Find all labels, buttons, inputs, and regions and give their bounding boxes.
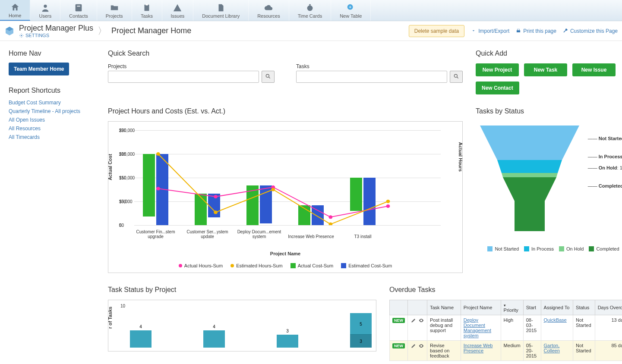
svg-point-9 (21, 35, 22, 36)
chart-legend: Actual Hours-Sum Estimated Hours-Sum Act… (113, 263, 458, 268)
page-title: Project Manager Home (111, 26, 191, 35)
svg-point-5 (307, 6, 313, 11)
nav-issues[interactable]: Issues (162, 0, 194, 21)
svg-point-17 (328, 215, 332, 219)
svg-rect-1 (76, 4, 82, 12)
tasks-search-input[interactable] (296, 71, 447, 83)
nav-projects[interactable]: Projects (97, 0, 132, 21)
report-link-issues[interactable]: All Open Issues (9, 117, 95, 123)
nav-doclib[interactable]: Document Library (193, 0, 249, 21)
svg-text:+: + (349, 4, 351, 9)
breadcrumb-separator: 〉 (98, 25, 107, 38)
folder-icon (110, 3, 119, 13)
view-icon[interactable] (418, 317, 424, 323)
nav-contacts[interactable]: Contacts (60, 0, 97, 21)
svg-point-0 (44, 5, 47, 8)
nav-label: Time Cards (298, 13, 322, 19)
tasks-label: Tasks (296, 63, 463, 69)
nav-label: New Table (340, 13, 362, 19)
nav-label: Issues (171, 13, 185, 19)
overdue-col-header[interactable]: Assigned To (541, 300, 573, 315)
nav-timecards[interactable]: Time Cards (289, 0, 331, 21)
app-cube-icon (4, 26, 15, 36)
contacts-icon (74, 3, 83, 13)
overdue-col-header[interactable] (390, 300, 408, 315)
print-page-link[interactable]: Print this page (515, 28, 556, 34)
overdue-table: Task NameProject Name▾PriorityStartAssig… (389, 300, 622, 361)
task-status-by-project-section: Task Status by Project r of Tasks 10 443… (108, 286, 376, 361)
nav-label: Home (9, 13, 21, 18)
clipboard-icon (142, 3, 152, 13)
team-member-home-button[interactable]: Team Member Home (9, 63, 69, 75)
import-export-icon (470, 28, 477, 34)
new-project-button[interactable]: New Project (476, 63, 519, 76)
task-status-chart: r of Tasks 10 44335 (108, 300, 376, 351)
overdue-col-header[interactable]: Start (523, 300, 541, 315)
overdue-col-header[interactable] (408, 300, 427, 315)
nav-resources[interactable]: Resources (249, 0, 289, 21)
report-link-timecards[interactable]: All Timecards (9, 134, 95, 140)
svg-point-18 (386, 204, 390, 208)
delete-sample-button[interactable]: Delete sample data (409, 25, 464, 37)
tasks-by-status-section: Tasks by Status —— Not Started: —— In Pr… (476, 107, 622, 273)
project-hours-chart-section: Project Hours and Costs (Est. vs. Act.) … (108, 107, 463, 273)
nav-home[interactable]: Home (0, 0, 30, 21)
svg-rect-11 (518, 29, 520, 30)
overdue-col-header[interactable]: Days Overdue (595, 300, 622, 315)
quick-search: Quick Search Projects Tasks (108, 50, 463, 94)
tasks-search-button[interactable] (450, 71, 463, 83)
y-axis-right-label: Actual Hours (458, 142, 463, 172)
svg-rect-10 (517, 30, 520, 32)
nav-users[interactable]: Users (30, 0, 60, 21)
overdue-col-header[interactable]: Task Name (427, 300, 461, 315)
project-link[interactable]: Deploy Document Management system (464, 317, 491, 338)
settings-link[interactable]: SETTINGS (19, 33, 93, 38)
task-name-cell: Revise based on feedback (427, 341, 461, 361)
report-link-resources[interactable]: All Resources (9, 126, 95, 132)
svg-marker-24 (480, 126, 579, 160)
overdue-col-header[interactable]: Project Name (461, 300, 501, 315)
assignee-link[interactable]: QuickBase (544, 317, 567, 323)
assignee-link[interactable]: Garton, Colleen (544, 343, 560, 353)
new-issue-button[interactable]: New Issue (572, 63, 616, 76)
edit-icon[interactable] (410, 317, 417, 323)
cloud-icon (264, 3, 273, 13)
project-link[interactable]: Increase Web Presence (464, 343, 493, 353)
sidebar: Home Nav Team Member Home Report Shortcu… (9, 50, 95, 361)
view-icon[interactable] (418, 343, 424, 349)
project-chart-title: Project Hours and Costs (Est. vs. Act.) (108, 107, 463, 115)
customize-page-link[interactable]: Customize this Page (562, 28, 618, 34)
app-title[interactable]: Project Manager Plus (19, 24, 93, 33)
document-icon (216, 3, 226, 13)
search-icon (453, 73, 459, 79)
svg-point-12 (266, 74, 269, 77)
new-contact-button[interactable]: New Contact (476, 82, 519, 94)
quick-add: Quick Add New Project New Task New Issue… (476, 50, 622, 94)
print-icon (515, 28, 521, 34)
funnel-title: Tasks by Status (476, 107, 622, 115)
clock-icon (305, 3, 315, 13)
projects-search-input[interactable] (108, 71, 259, 83)
gear-icon (19, 33, 24, 38)
funnel-legend: Not Started In Process On Hold Completed (476, 246, 622, 251)
overdue-col-header[interactable]: ▾Priority (501, 300, 523, 315)
wrench-icon (562, 28, 568, 34)
new-task-button[interactable]: New Task (524, 63, 567, 76)
svg-rect-4 (145, 4, 148, 6)
quick-add-title: Quick Add (476, 50, 622, 57)
projects-label: Projects (108, 63, 275, 69)
breadcrumb-bar: Project Manager Plus SETTINGS 〉 Project … (0, 21, 622, 41)
svg-rect-6 (309, 4, 311, 6)
svg-rect-3 (145, 5, 149, 11)
svg-rect-2 (77, 6, 80, 6)
projects-search-button[interactable] (262, 71, 275, 83)
nav-newtable[interactable]: + New Table (331, 0, 371, 21)
report-link-timeline[interactable]: Quarterly Timeline - All projects (9, 108, 95, 114)
report-link-budget[interactable]: Budget Cost Summary (9, 100, 95, 106)
nav-tasks[interactable]: Tasks (132, 0, 162, 21)
nav-label: Contacts (69, 13, 88, 19)
overdue-tasks-section: Overdue Tasks Task NameProject Name▾Prio… (389, 286, 622, 361)
import-export-link[interactable]: Import/Export (470, 28, 509, 34)
overdue-col-header[interactable]: Status (573, 300, 595, 315)
edit-icon[interactable] (410, 343, 417, 349)
